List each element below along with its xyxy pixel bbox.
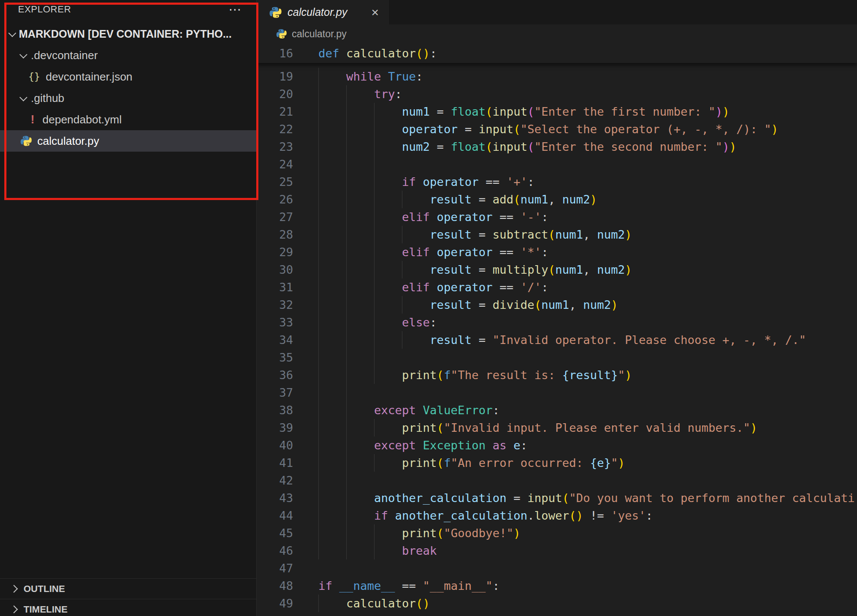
line-content[interactable]: print("Goodbye!"): [318, 524, 520, 542]
code-line[interactable]: 16def calculator():: [257, 45, 857, 62]
code-line[interactable]: 19 while True:: [257, 68, 857, 85]
close-icon[interactable]: ×: [371, 6, 379, 19]
line-number[interactable]: 16: [257, 45, 293, 62]
sticky-scroll[interactable]: 16def calculator():: [257, 43, 857, 63]
chevron-down-icon[interactable]: [19, 93, 27, 101]
code-line[interactable]: 24: [257, 155, 857, 173]
chevron-down-icon[interactable]: [19, 51, 27, 58]
code-line[interactable]: 35: [257, 349, 857, 366]
line-number[interactable]: 19: [257, 68, 293, 85]
code-line[interactable]: 23 num2 = float(input("Enter the second …: [257, 138, 857, 155]
more-actions-icon[interactable]: ⋯: [229, 3, 242, 16]
line-content[interactable]: another_calculation = input("Do you want…: [318, 489, 855, 507]
line-content[interactable]: else:: [318, 314, 437, 331]
line-number[interactable]: 42: [257, 472, 293, 489]
tree-item-calculator-py[interactable]: calculator.py: [0, 130, 256, 152]
code-line[interactable]: 42: [257, 472, 857, 489]
code-line[interactable]: 43 another_calculation = input("Do you w…: [257, 489, 857, 507]
code-line[interactable]: 21 num1 = float(input("Enter the first n…: [257, 103, 857, 120]
code-line[interactable]: 31 elif operator == '/':: [257, 278, 857, 296]
code-line[interactable]: 28 result = subtract(num1, num2): [257, 226, 857, 243]
line-number[interactable]: 29: [257, 243, 293, 261]
chevron-right-icon[interactable]: [10, 605, 18, 613]
line-content[interactable]: num2 = float(input("Enter the second num…: [318, 138, 736, 155]
line-number[interactable]: 21: [257, 103, 293, 120]
chevron-right-icon[interactable]: [10, 585, 18, 592]
line-content[interactable]: break: [318, 542, 437, 559]
line-number[interactable]: 40: [257, 437, 293, 454]
code-line[interactable]: 29 elif operator == '*':: [257, 243, 857, 261]
line-content[interactable]: except Exception as e:: [318, 437, 527, 454]
line-number[interactable]: 48: [257, 577, 293, 595]
code-line[interactable]: 37: [257, 384, 857, 401]
line-number[interactable]: 47: [257, 559, 293, 577]
line-content[interactable]: if another_calculation.lower() != 'yes':: [318, 507, 653, 524]
code-line[interactable]: 41 print(f"An error occurred: {e}"): [257, 454, 857, 472]
line-content[interactable]: elif operator == '-':: [318, 208, 548, 226]
line-content[interactable]: def calculator():: [318, 45, 437, 62]
breadcrumb-item[interactable]: calculator.py: [292, 28, 347, 40]
line-number[interactable]: 37: [257, 384, 293, 401]
line-number[interactable]: 26: [257, 191, 293, 208]
workspace-root[interactable]: MARKDOWN [DEV CONTAINER: PYTHO...: [0, 23, 256, 45]
line-number[interactable]: 44: [257, 507, 293, 524]
line-content[interactable]: while True:: [318, 68, 423, 85]
line-content[interactable]: calculator(): [318, 595, 430, 612]
code-line[interactable]: 49 calculator(): [257, 595, 857, 612]
code-line[interactable]: 32 result = divide(num1, num2): [257, 296, 857, 314]
code-line[interactable]: 45 print("Goodbye!"): [257, 524, 857, 542]
code-line[interactable]: 33 else:: [257, 314, 857, 331]
code-line[interactable]: 46 break: [257, 542, 857, 559]
line-number[interactable]: 33: [257, 314, 293, 331]
line-number[interactable]: 38: [257, 401, 293, 419]
line-content[interactable]: result = "Invalid operator. Please choos…: [318, 331, 806, 349]
line-content[interactable]: elif operator == '/':: [318, 278, 548, 296]
line-number[interactable]: 23: [257, 138, 293, 155]
tree-item-devcontainer-json[interactable]: {}devcontainer.json: [0, 66, 256, 87]
code-line[interactable]: 22 operator = input("Select the operator…: [257, 120, 857, 138]
code-line[interactable]: 47: [257, 559, 857, 577]
line-number[interactable]: 20: [257, 85, 293, 103]
line-number[interactable]: 43: [257, 489, 293, 507]
line-content[interactable]: print("Invalid input. Please enter valid…: [318, 419, 757, 437]
code-line[interactable]: 40 except Exception as e:: [257, 437, 857, 454]
line-content[interactable]: except ValueError:: [318, 401, 500, 419]
line-content[interactable]: result = subtract(num1, num2): [318, 226, 632, 243]
line-number[interactable]: 27: [257, 208, 293, 226]
code-line[interactable]: 36 print(f"The result is: {result}"): [257, 366, 857, 384]
line-content[interactable]: print(f"The result is: {result}"): [318, 366, 632, 384]
code-line[interactable]: 50: [257, 612, 857, 616]
breadcrumb[interactable]: calculator.py: [257, 24, 857, 43]
line-number[interactable]: 34: [257, 331, 293, 349]
line-content[interactable]: result = divide(num1, num2): [318, 296, 618, 314]
code-line[interactable]: 38 except ValueError:: [257, 401, 857, 419]
code-area[interactable]: 19 while True:20 try:21 num1 = float(inp…: [257, 68, 857, 616]
line-number[interactable]: 30: [257, 261, 293, 278]
line-content[interactable]: try:: [318, 85, 402, 103]
line-content[interactable]: if __name__ == "__main__":: [318, 577, 500, 595]
code-line[interactable]: 26 result = add(num1, num2): [257, 191, 857, 208]
line-number[interactable]: 46: [257, 542, 293, 559]
code-line[interactable]: 44 if another_calculation.lower() != 'ye…: [257, 507, 857, 524]
line-number[interactable]: 25: [257, 173, 293, 191]
code-editor[interactable]: 16def calculator(): 19 while True:20 try…: [257, 43, 857, 616]
line-number[interactable]: 22: [257, 120, 293, 138]
line-number[interactable]: 32: [257, 296, 293, 314]
line-content[interactable]: result = add(num1, num2): [318, 191, 597, 208]
line-number[interactable]: 36: [257, 366, 293, 384]
sidebar-section-outline[interactable]: OUTLINE: [0, 578, 256, 599]
code-line[interactable]: 25 if operator == '+':: [257, 173, 857, 191]
code-line[interactable]: 39 print("Invalid input. Please enter va…: [257, 419, 857, 437]
tree-item--github[interactable]: .github: [0, 87, 256, 109]
code-line[interactable]: 34 result = "Invalid operator. Please ch…: [257, 331, 857, 349]
line-content[interactable]: operator = input("Select the operator (+…: [318, 120, 778, 138]
line-number[interactable]: 41: [257, 454, 293, 472]
line-number[interactable]: 45: [257, 524, 293, 542]
line-number[interactable]: 49: [257, 595, 293, 612]
tree-item--devcontainer[interactable]: .devcontainer: [0, 45, 256, 66]
line-number[interactable]: 39: [257, 419, 293, 437]
line-number[interactable]: 50: [257, 612, 293, 616]
tab-calculator-py[interactable]: calculator.py ×: [257, 0, 389, 24]
line-content[interactable]: elif operator == '*':: [318, 243, 548, 261]
line-number[interactable]: 35: [257, 349, 293, 366]
